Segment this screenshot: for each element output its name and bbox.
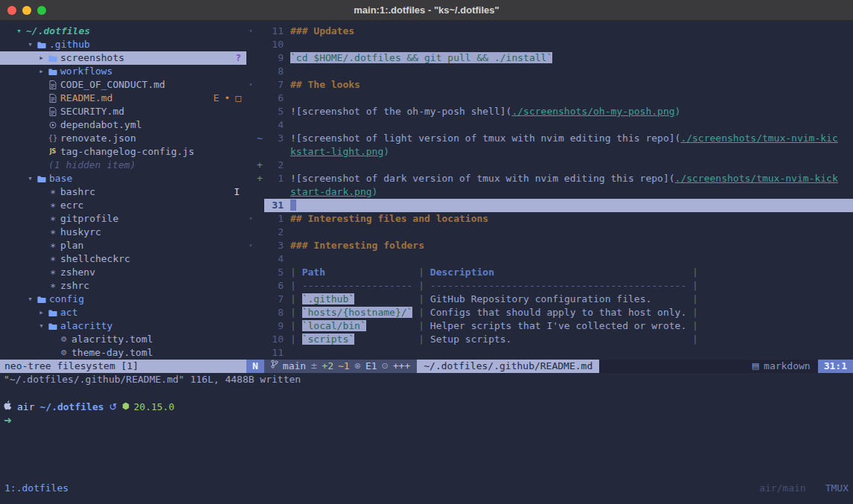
line-number: 2 <box>264 159 284 172</box>
file-tree[interactable]: ▾~/.dotfiles▾.github▸screenshots?▸workfl… <box>0 21 246 360</box>
text-segment: `hosts/{hostname}/` <box>302 307 413 318</box>
tree-item[interactable]: ∗gitprofile <box>0 212 246 226</box>
fold-chevron-icon[interactable]: ▾ <box>246 212 255 226</box>
shell-icon: ∗ <box>47 226 59 239</box>
editor-line[interactable]: ▾11### Updates <box>246 25 853 38</box>
editor-line[interactable]: 9`cd $HOME/.dotfiles && git pull && ./in… <box>246 51 853 65</box>
shell-icon: ∗ <box>47 239 59 252</box>
tree-item[interactable]: ▾config <box>0 293 246 306</box>
editor-line[interactable]: 9| `local/bin` | Helper scripts that I'v… <box>246 319 853 333</box>
close-button[interactable] <box>7 6 16 15</box>
tree-item[interactable]: ∗ecrc <box>0 199 246 212</box>
line-number: 9 <box>264 319 284 333</box>
chevron-right-icon[interactable]: ▸ <box>36 306 47 319</box>
tree-item[interactable]: ∗zshenv <box>0 266 246 279</box>
editor-line[interactable]: 5![screenshot of the oh-my-posh shell](.… <box>246 105 853 118</box>
fold-chevron-icon[interactable]: ▾ <box>246 78 255 92</box>
fold-chevron-icon[interactable]: ▾ <box>246 239 255 252</box>
editor-lines[interactable]: ▾11### Updates109`cd $HOME/.dotfiles && … <box>246 21 853 360</box>
tree-item[interactable]: ▾alacritty <box>0 319 246 333</box>
folder-icon <box>47 54 59 63</box>
fold-column <box>246 65 255 78</box>
editor-line[interactable]: +2 <box>246 159 853 172</box>
editor-line[interactable]: 2 <box>246 226 853 239</box>
tree-item[interactable]: README.mdE•□ <box>0 92 246 105</box>
tree-item[interactable]: dependabot.yml <box>0 118 246 132</box>
tree-item[interactable]: ∗shellcheckrc <box>0 252 246 266</box>
editor-line[interactable]: 7| `.github` | GitHub Repository configu… <box>246 293 853 306</box>
text-segment: ## The looks <box>290 79 360 90</box>
dependabot-icon <box>47 121 59 129</box>
editor-line[interactable]: 10| `scripts` | Setup scripts. | <box>246 333 853 346</box>
text-segment: | <box>412 334 429 345</box>
editor-line[interactable]: 4 <box>246 118 853 132</box>
shell-icon: ∗ <box>47 212 59 226</box>
editor-line-wrap[interactable]: start-dark.png) <box>246 185 853 199</box>
tree-item[interactable]: ∗huskyrc <box>0 226 246 239</box>
status-badge: □ <box>235 92 241 105</box>
fold-column <box>246 333 255 346</box>
editor-line[interactable]: 8| `hosts/{hostname}/` | Configs that sh… <box>246 306 853 319</box>
tree-item[interactable]: ▾base <box>0 172 246 185</box>
line-number: 1 <box>264 172 284 185</box>
editor-line[interactable]: 11 <box>246 346 853 360</box>
zoom-button[interactable] <box>37 6 46 15</box>
editor-line[interactable]: 8 <box>246 65 853 78</box>
sign-column <box>255 293 264 306</box>
text-segment: ----------------------------------------… <box>430 280 686 291</box>
diagnostics-count: E1 <box>365 360 377 373</box>
text-segment: ### Interesting folders <box>290 240 424 251</box>
chevron-down-icon[interactable]: ▾ <box>36 319 47 333</box>
fold-column <box>246 145 255 159</box>
text-segment: | <box>686 320 698 331</box>
fold-chevron-icon[interactable]: ▾ <box>246 25 255 38</box>
markdown-icon <box>47 94 59 103</box>
editor-line[interactable]: 4 <box>246 252 853 266</box>
editor-line[interactable]: 31 <box>246 199 853 212</box>
chevron-down-icon[interactable]: ▾ <box>13 25 25 38</box>
editor-line[interactable]: 6| ------------------- | ---------------… <box>246 279 853 293</box>
chevron-right-icon[interactable]: ▸ <box>36 65 47 78</box>
editor-line[interactable]: 10 <box>246 38 853 51</box>
chevron-down-icon[interactable]: ▾ <box>25 172 36 185</box>
line-number: 2 <box>264 226 284 239</box>
tree-item[interactable]: ▸act <box>0 306 246 319</box>
editor-line[interactable]: ▾3### Interesting folders <box>246 239 853 252</box>
tree-item[interactable]: ⚙alacritty.toml <box>0 333 246 346</box>
editor-line-wrap[interactable]: kstart-light.png) <box>246 145 853 159</box>
minimize-button[interactable] <box>22 6 31 15</box>
chevron-down-icon[interactable]: ▾ <box>25 38 36 51</box>
text-segment: | <box>686 280 698 291</box>
tree-item[interactable]: {}renovate.json <box>0 132 246 145</box>
text-segment: GitHub Repository configuration files. <box>430 293 686 304</box>
chevron-down-icon[interactable]: ▾ <box>25 293 36 306</box>
tree-item-label: zshenv <box>60 266 95 279</box>
editor-line[interactable]: 5| Path | Description | <box>246 266 853 279</box>
tree-item[interactable]: ▾~/.dotfiles <box>0 25 246 38</box>
tree-item-label: plan <box>60 239 83 252</box>
editor-line[interactable]: ▾1## Interesting files and locations <box>246 212 853 226</box>
editor-line[interactable]: ~3![screenshot of light version of tmux … <box>246 132 853 145</box>
chevron-right-icon[interactable]: ▸ <box>36 51 47 65</box>
tree-item[interactable]: ▸screenshots? <box>0 51 246 65</box>
line-number: 3 <box>264 239 284 252</box>
editor-line[interactable]: 6 <box>246 92 853 105</box>
line-number: 6 <box>264 279 284 293</box>
tree-item[interactable]: (1 hidden item) <box>0 159 246 172</box>
tree-item[interactable]: ⚙theme-day.toml <box>0 346 246 360</box>
editor-line[interactable]: +1![screenshot of dark version of tmux w… <box>246 172 853 185</box>
tree-item[interactable]: JStag-changelog-config.js <box>0 145 246 159</box>
tree-item[interactable]: SECURITY.md <box>0 105 246 118</box>
shell-icon: ∗ <box>47 185 59 199</box>
tree-item[interactable]: ∗bashrcI <box>0 185 246 199</box>
fold-column <box>246 92 255 105</box>
tmux-window-tab[interactable]: 1:.dotfiles <box>4 482 68 495</box>
fold-column <box>246 293 255 306</box>
line-number: 9 <box>264 51 284 65</box>
tree-item[interactable]: ▾.github <box>0 38 246 51</box>
editor-line[interactable]: ▾7## The looks <box>246 78 853 92</box>
tree-item[interactable]: ▸workflows <box>0 65 246 78</box>
tree-item[interactable]: CODE_OF_CONDUCT.md <box>0 78 246 92</box>
tree-item[interactable]: ∗zshrc <box>0 279 246 293</box>
tree-item[interactable]: ∗plan <box>0 239 246 252</box>
